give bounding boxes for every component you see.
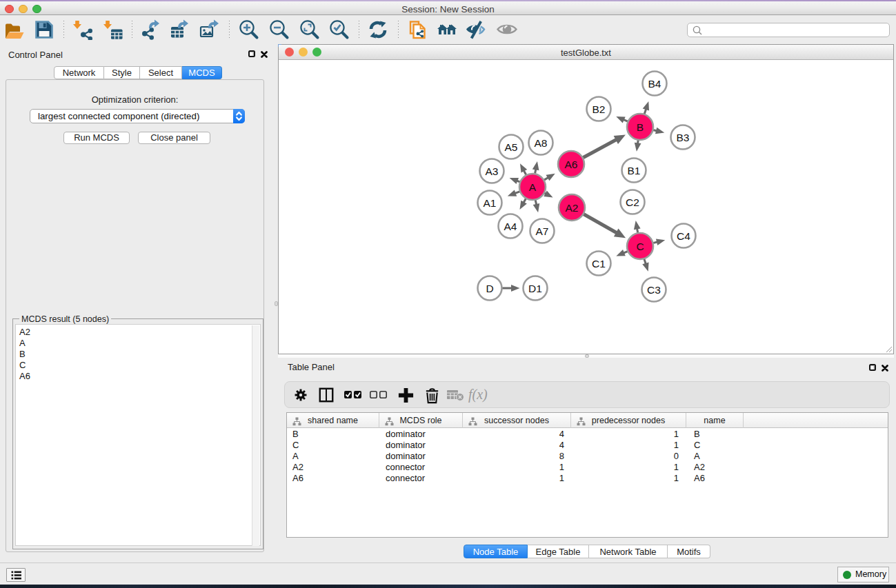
svg-text:A3: A3	[486, 165, 499, 177]
svg-text:A6: A6	[565, 159, 578, 170]
svg-text:C2: C2	[626, 196, 639, 208]
svg-text:C3: C3	[647, 284, 661, 296]
svg-text:D1: D1	[528, 283, 542, 294]
svg-text:C4: C4	[677, 230, 690, 242]
svg-text:B4: B4	[648, 78, 661, 90]
svg-text:B2: B2	[593, 103, 606, 115]
svg-text:B: B	[637, 121, 644, 133]
svg-text:A: A	[529, 181, 537, 193]
svg-text:A8: A8	[535, 137, 548, 149]
svg-text:D: D	[486, 283, 493, 294]
svg-text:B1: B1	[628, 165, 641, 176]
svg-text:A2: A2	[566, 202, 579, 214]
svg-text:B3: B3	[677, 132, 690, 143]
svg-text:C1: C1	[592, 258, 606, 270]
svg-text:C: C	[636, 241, 644, 252]
svg-text:A7: A7	[536, 225, 549, 237]
svg-text:A1: A1	[484, 197, 497, 209]
svg-text:A5: A5	[505, 141, 518, 153]
svg-text:A4: A4	[504, 221, 517, 232]
